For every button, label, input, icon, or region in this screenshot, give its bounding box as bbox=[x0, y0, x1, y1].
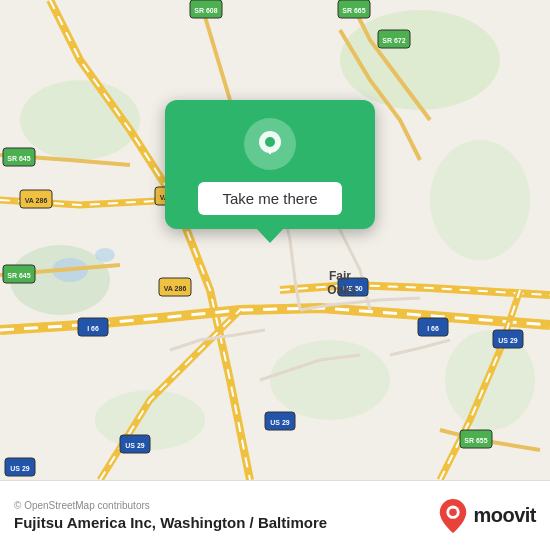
svg-text:SR 672: SR 672 bbox=[382, 37, 405, 44]
svg-text:I 66: I 66 bbox=[87, 325, 99, 332]
svg-point-45 bbox=[265, 137, 275, 147]
svg-text:Oaks: Oaks bbox=[327, 283, 357, 297]
svg-text:SR 645: SR 645 bbox=[7, 272, 30, 279]
svg-text:VA 286: VA 286 bbox=[25, 197, 48, 204]
svg-text:US 29: US 29 bbox=[498, 337, 518, 344]
svg-text:I 66: I 66 bbox=[427, 325, 439, 332]
svg-text:SR 608: SR 608 bbox=[194, 7, 217, 14]
svg-point-47 bbox=[450, 508, 458, 516]
pin-icon-circle bbox=[244, 118, 296, 170]
svg-text:SR 645: SR 645 bbox=[7, 155, 30, 162]
map-pin-icon bbox=[255, 129, 285, 159]
bottom-info: © OpenStreetMap contributors Fujitsu Ame… bbox=[14, 500, 327, 531]
moovit-brand-name: moovit bbox=[473, 504, 536, 527]
map-container: VA 286 VA 286 VA 286 SR 608 SR 665 SR 67… bbox=[0, 0, 550, 480]
moovit-logo: moovit bbox=[439, 499, 536, 533]
location-title: Fujitsu America Inc, Washington / Baltim… bbox=[14, 514, 327, 531]
take-me-there-button[interactable]: Take me there bbox=[198, 182, 341, 215]
svg-text:US 29: US 29 bbox=[125, 442, 145, 449]
svg-text:Fair: Fair bbox=[329, 269, 351, 283]
svg-point-9 bbox=[95, 248, 115, 262]
moovit-pin-icon bbox=[439, 499, 467, 533]
bottom-bar: © OpenStreetMap contributors Fujitsu Ame… bbox=[0, 480, 550, 550]
svg-text:US 29: US 29 bbox=[10, 465, 30, 472]
svg-point-5 bbox=[270, 340, 390, 420]
svg-text:SR 655: SR 655 bbox=[464, 437, 487, 444]
location-popup: Take me there bbox=[165, 100, 375, 229]
svg-text:SR 665: SR 665 bbox=[342, 7, 365, 14]
map-attribution: © OpenStreetMap contributors bbox=[14, 500, 327, 511]
svg-point-4 bbox=[430, 140, 530, 260]
svg-text:US 29: US 29 bbox=[270, 419, 290, 426]
svg-text:VA 286: VA 286 bbox=[164, 285, 187, 292]
